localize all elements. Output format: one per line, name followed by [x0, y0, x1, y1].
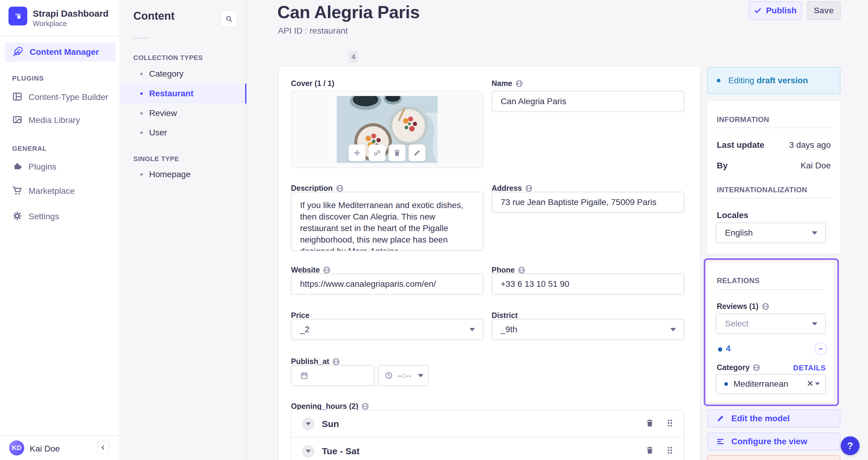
- clear-category-button[interactable]: [806, 380, 814, 389]
- sidebar-item-media-library[interactable]: Media Library: [12, 114, 80, 126]
- sidebar-item-marketplace[interactable]: Marketplace: [12, 185, 75, 197]
- puzzle-icon: [12, 161, 23, 173]
- subnav-item-category[interactable]: Category: [120, 64, 246, 84]
- entry-form-card: Cover (1 / 1): [279, 67, 700, 460]
- subnav-item-label: Review: [149, 108, 177, 118]
- subnav-item-user[interactable]: User: [120, 123, 246, 142]
- subnav-item-homepage[interactable]: Homepage: [120, 165, 246, 184]
- remove-relation-button[interactable]: [814, 342, 827, 355]
- locale-value: English: [725, 228, 753, 238]
- status-dot-icon: [717, 79, 720, 83]
- sidebar-item-label: Settings: [29, 212, 59, 221]
- price-label: Price: [291, 311, 309, 320]
- subnav-item-review[interactable]: Review: [120, 104, 246, 123]
- district-select[interactable]: _9th: [492, 319, 684, 340]
- address-input[interactable]: [492, 192, 684, 213]
- search-icon: [224, 14, 233, 23]
- globe-icon: [518, 267, 525, 273]
- website-label: Website: [291, 266, 330, 274]
- bullet-icon: [140, 131, 143, 134]
- sidebar-item-label: Content-Type Builder: [29, 92, 108, 102]
- i18n-title: INTERNATIONALIZATION: [717, 186, 807, 194]
- calendar-icon: [300, 371, 309, 380]
- globe-icon: [516, 80, 523, 87]
- draft-status-banner: Editing draft version: [707, 67, 840, 94]
- group-title-collection-types: COLLECTION TYPES: [133, 54, 203, 62]
- delete-entry-button-partial[interactable]: [707, 455, 840, 460]
- delete-row-button[interactable]: [645, 418, 655, 429]
- divider: [717, 128, 831, 128]
- reviews-select[interactable]: Select: [716, 314, 826, 334]
- sidebar-item-settings[interactable]: Settings: [12, 211, 59, 222]
- globe-icon: [762, 303, 769, 310]
- opening-hours-label: Opening_hours (2): [291, 402, 369, 410]
- details-link[interactable]: DETAILS: [793, 364, 826, 372]
- publish-button[interactable]: Publish: [749, 1, 802, 20]
- delete-media-button[interactable]: [389, 144, 405, 161]
- opening-hours-row-sun: Sun: [291, 410, 684, 437]
- chevron-down-icon: [469, 328, 475, 331]
- copy-link-button[interactable]: [369, 144, 385, 161]
- link-icon: [373, 149, 381, 157]
- globe-icon: [336, 185, 343, 192]
- publish-at-time-input[interactable]: --:--: [378, 365, 429, 386]
- name-input[interactable]: [492, 91, 684, 112]
- save-button-label: Save: [814, 6, 833, 15]
- price-select[interactable]: _2: [291, 319, 484, 340]
- chevron-down-icon: [812, 322, 817, 326]
- image-icon: [12, 114, 23, 126]
- search-button[interactable]: [220, 10, 237, 27]
- collapse-sidebar-button[interactable]: [97, 441, 109, 454]
- website-input[interactable]: [291, 273, 484, 295]
- drag-handle-icon[interactable]: [665, 446, 675, 456]
- pencil-icon: [413, 149, 421, 157]
- edit-media-button[interactable]: [408, 144, 426, 161]
- locale-select[interactable]: English: [716, 223, 826, 243]
- phone-input[interactable]: [492, 273, 684, 295]
- avatar[interactable]: KD: [9, 440, 24, 456]
- chevron-down-icon: [418, 374, 424, 377]
- sidebar-item-content-type-builder[interactable]: Content-Type Builder: [12, 92, 108, 103]
- help-button[interactable]: ?: [841, 436, 860, 455]
- subnav-item-restaurant[interactable]: Restaurant: [120, 84, 246, 104]
- trash-icon: [645, 446, 655, 455]
- category-label: Category: [717, 363, 760, 372]
- gear-icon: [12, 211, 23, 222]
- sidebar-item-content-manager[interactable]: Content Manager: [5, 42, 116, 62]
- globe-icon: [333, 358, 339, 365]
- page-title: Can Alegria Paris: [277, 2, 420, 22]
- relation-item-link[interactable]: 4: [726, 344, 731, 353]
- cart-icon: [12, 185, 23, 197]
- chevron-left-icon: [100, 444, 106, 451]
- district-value: _9th: [501, 325, 517, 334]
- expand-row-button[interactable]: [302, 445, 315, 458]
- save-button[interactable]: Save: [807, 1, 841, 20]
- strapi-app-window: Strapi Dashboard Workplace Content Manag…: [0, 0, 868, 460]
- opening-hours-row-tue-sat: Tue - Sat: [291, 437, 684, 460]
- relation-status-dot-icon: [718, 347, 722, 352]
- subnav-item-label: Category: [149, 69, 184, 79]
- configure-the-view-button[interactable]: Configure the view: [707, 432, 840, 451]
- bullet-icon: [140, 92, 143, 95]
- category-select[interactable]: Mediterranean: [716, 374, 826, 394]
- add-media-button[interactable]: [348, 144, 366, 161]
- clock-icon: [384, 371, 393, 380]
- draft-status-text: Editing draft version: [728, 76, 808, 86]
- sidebar-item-plugins[interactable]: Plugins: [12, 161, 56, 173]
- delete-row-button[interactable]: [645, 446, 655, 456]
- time-placeholder: --:--: [397, 371, 411, 380]
- last-update-value: 3 days ago: [789, 140, 831, 150]
- chevron-down-icon: [306, 422, 311, 425]
- description-textarea[interactable]: If you like Mediterranean and exotic dis…: [291, 192, 484, 251]
- edit-the-model-button[interactable]: Edit the model: [707, 409, 840, 428]
- chevron-down-icon: [812, 231, 817, 235]
- chevron-down-icon: [306, 450, 311, 453]
- drag-handle-icon[interactable]: [665, 418, 675, 429]
- chevron-down-icon: [671, 328, 676, 331]
- row-label: Tue - Sat: [322, 446, 360, 456]
- expand-row-button[interactable]: [302, 418, 315, 430]
- close-icon: [806, 380, 814, 387]
- divider: [717, 289, 824, 290]
- strapi-logo[interactable]: [8, 7, 27, 26]
- publish-at-date-input[interactable]: [291, 365, 375, 386]
